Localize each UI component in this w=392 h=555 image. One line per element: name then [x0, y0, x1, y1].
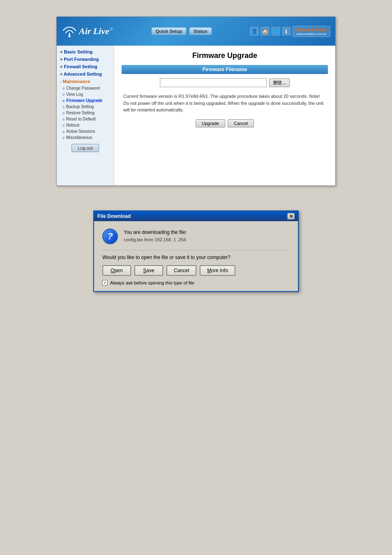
filename-input[interactable]: [160, 78, 267, 87]
logo-area: Air Live®: [62, 25, 113, 38]
file-download-dialog: File Download ✕ ? You are downloading th…: [93, 210, 299, 292]
sidebar-sub-active-sessions[interactable]: o Active Sessions: [57, 128, 114, 134]
sidebar-sub-restore-setting[interactable]: o Restore Setting: [57, 110, 114, 116]
info-icon: ℹ: [282, 27, 291, 36]
dialog-text: You are downloading the file: config.bin…: [124, 229, 187, 244]
router-body: + Basic Setting + Port Forwarding + Fire…: [57, 46, 335, 185]
sidebar-item-port-forwarding[interactable]: + Port Forwarding: [57, 56, 114, 63]
cancel-dialog-button[interactable]: Cancel: [166, 265, 196, 276]
file-info: config.bin from 192.168. 1 .254: [124, 236, 187, 244]
always-ask-checkbox[interactable]: ✓: [102, 280, 108, 285]
person-icon: 👤: [250, 27, 259, 36]
bullet-icon: o: [62, 92, 65, 97]
home-icon: 🏠: [261, 27, 270, 36]
sidebar-sub-reboot[interactable]: o Reboot: [57, 122, 114, 128]
upgrade-button[interactable]: Upgrade: [196, 119, 225, 127]
quick-setup-btn[interactable]: Quick Setup: [151, 27, 187, 35]
sidebar-item-maintenance[interactable]: - Maintenance: [57, 78, 114, 85]
checkbox-row: ✓ Always ask before opening this type of…: [102, 280, 290, 285]
brand-url: www.ovislink.com.tw: [295, 32, 327, 36]
router-header: Air Live® Quick Setup Status 👤 🏠 🌐 ℹ Ovi…: [57, 17, 335, 46]
dialog-prompt: Would you like to open the file or save …: [102, 254, 290, 260]
firmware-filename-header: Firmware Filename: [122, 65, 328, 74]
checkmark-icon: ✓: [104, 280, 107, 285]
sidebar-item-advanced-setting[interactable]: + Advanced Setting: [57, 70, 114, 78]
brand-name: OvisLink Corp.: [295, 27, 327, 32]
save-button[interactable]: Save: [134, 265, 163, 276]
logo-text: Air Live®: [79, 26, 113, 37]
bullet-icon: o: [62, 105, 65, 109]
bullet-icon: o: [62, 99, 65, 103]
sidebar-item-basic-setting[interactable]: + Basic Setting: [57, 48, 114, 56]
wifi-logo-icon: [62, 25, 77, 38]
open-button[interactable]: Open: [102, 265, 131, 276]
filename-row: 瀏覽...: [122, 78, 328, 87]
bullet-icon: o: [62, 117, 65, 121]
cancel-button[interactable]: Cancel: [228, 119, 254, 127]
downloading-label: You are downloading the file:: [124, 229, 187, 236]
action-buttons: Upgrade Cancel: [122, 119, 328, 127]
sidebar-sub-firmware-upgrade[interactable]: o Firmware Upgrade: [57, 97, 114, 104]
sidebar-sub-view-log[interactable]: o View Log: [57, 91, 114, 97]
status-btn[interactable]: Status: [189, 27, 212, 35]
browse-button[interactable]: 瀏覽...: [269, 79, 289, 87]
dialog-titlebar: File Download ✕: [94, 211, 298, 221]
checkbox-label: Always ask before opening this type of f…: [110, 280, 194, 285]
bullet-icon: o: [62, 130, 65, 134]
dialog-close-button[interactable]: ✕: [287, 213, 295, 220]
svg-point-0: [69, 35, 71, 37]
sidebar-sub-miscellaneous[interactable]: o Miscellaneous: [57, 134, 114, 141]
info-text: Current firmware version is R1.97e8d-R61…: [122, 93, 328, 113]
bullet-icon: o: [62, 136, 65, 140]
dialog-icon-row: ? You are downloading the file: config.b…: [102, 229, 290, 244]
content-area: Firmware Upgrade Firmware Filename 瀏覽...…: [114, 46, 335, 185]
dialog-body: ? You are downloading the file: config.b…: [94, 221, 298, 291]
question-icon: ?: [102, 229, 118, 244]
brand-box: OvisLink Corp. www.ovislink.com.tw: [293, 26, 330, 37]
nav-buttons: Quick Setup Status: [151, 27, 212, 35]
sidebar-sub-reset-default[interactable]: o Reset to Default: [57, 116, 114, 122]
bullet-icon: o: [62, 111, 65, 115]
sidebar-item-firewall-setting[interactable]: + Firewall Setting: [57, 63, 114, 70]
sidebar: + Basic Setting + Port Forwarding + Fire…: [57, 46, 114, 185]
header-icons: 👤 🏠 🌐 ℹ OvisLink Corp. www.ovislink.com.…: [250, 26, 330, 37]
more-info-button[interactable]: More Info: [200, 265, 235, 276]
separator: [102, 250, 290, 250]
page-title: Firmware Upgrade: [122, 51, 328, 60]
logout-button[interactable]: Log out: [71, 144, 99, 152]
dialog-title: File Download: [97, 213, 131, 219]
dialog-buttons: Open Save Cancel More Info: [102, 265, 290, 276]
bullet-icon: o: [62, 123, 65, 127]
sidebar-sub-backup-setting[interactable]: o Backup Setting: [57, 104, 114, 110]
dialog-box: File Download ✕ ? You are downloading th…: [93, 210, 299, 292]
sidebar-sub-change-password[interactable]: o Change Password: [57, 85, 114, 91]
bullet-icon: o: [62, 86, 65, 90]
router-panel: Air Live® Quick Setup Status 👤 🏠 🌐 ℹ Ovi…: [56, 16, 336, 186]
globe-icon: 🌐: [271, 27, 280, 36]
